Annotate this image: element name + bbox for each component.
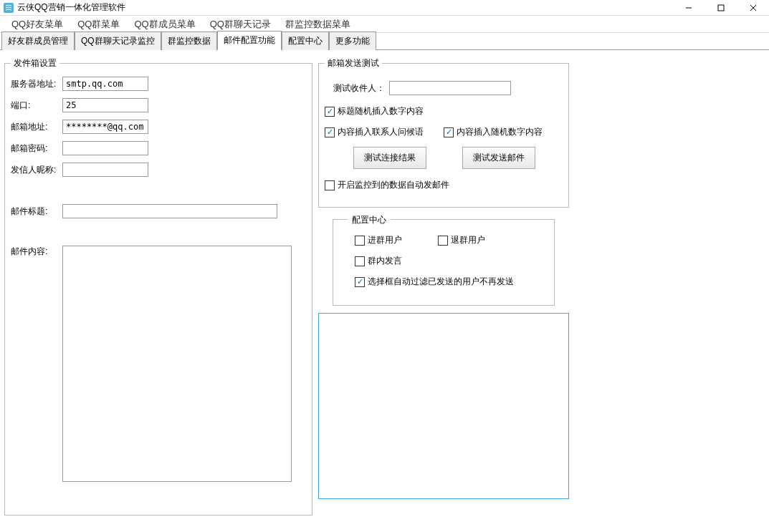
config-center-fieldset: 配置中心 进群用户 退群用户 群内发言 选择框自动过滤已发送的用 bbox=[333, 219, 555, 306]
window-title: 云侠QQ营销一体化管理软件 bbox=[17, 1, 125, 14]
menu-qq-group-members[interactable]: QQ群成员菜单 bbox=[127, 16, 202, 32]
menu-qq-friends[interactable]: QQ好友菜单 bbox=[4, 16, 70, 32]
server-input[interactable] bbox=[62, 77, 148, 91]
btn-test-send[interactable]: 测试发送邮件 bbox=[462, 147, 535, 169]
app-icon bbox=[3, 2, 14, 14]
left-column: 发件箱设置 服务器地址: 端口: 邮箱地址: 邮箱密码: 发信人昵称: bbox=[4, 57, 312, 525]
tab-friend-group-member[interactable]: 好友群成员管理 bbox=[1, 32, 75, 50]
check-filter-sent[interactable] bbox=[355, 277, 365, 287]
check-random-number-content[interactable] bbox=[444, 127, 454, 137]
tab-group-chat-monitor[interactable]: QQ群聊天记录监控 bbox=[75, 32, 161, 50]
check-join-group[interactable] bbox=[355, 236, 365, 246]
content-label: 邮件内容: bbox=[11, 246, 62, 258]
menubar: QQ好友菜单 QQ群菜单 QQ群成员菜单 QQ群聊天记录 群监控数据菜单 bbox=[0, 16, 769, 33]
check-leave-group[interactable] bbox=[438, 236, 448, 246]
svg-rect-2 bbox=[718, 5, 724, 11]
port-input[interactable] bbox=[62, 98, 148, 112]
svg-rect-0 bbox=[4, 3, 14, 13]
check-leave-group-label: 退群用户 bbox=[451, 234, 485, 246]
close-button[interactable] bbox=[737, 0, 769, 16]
menu-group-monitor-data[interactable]: 群监控数据菜单 bbox=[278, 16, 358, 32]
menu-qq-group-chat[interactable]: QQ群聊天记录 bbox=[203, 16, 278, 32]
sendtest-legend: 邮箱发送测试 bbox=[325, 57, 382, 69]
content-area: 发件箱设置 服务器地址: 端口: 邮箱地址: 邮箱密码: 发信人昵称: bbox=[0, 50, 769, 532]
btn-test-connection[interactable]: 测试连接结果 bbox=[353, 147, 426, 169]
check-join-group-label: 进群用户 bbox=[368, 234, 402, 246]
window-controls bbox=[672, 0, 769, 16]
password-input[interactable] bbox=[62, 141, 148, 155]
check-random-number-content-label: 内容插入随机数字内容 bbox=[457, 126, 543, 138]
check-random-number-title-label: 标题随机插入数字内容 bbox=[338, 105, 424, 117]
nickname-input[interactable] bbox=[62, 163, 148, 177]
email-label: 邮箱地址: bbox=[11, 121, 62, 133]
nickname-label: 发信人昵称: bbox=[11, 164, 62, 176]
tab-more-features[interactable]: 更多功能 bbox=[329, 32, 376, 50]
maximize-button[interactable] bbox=[704, 0, 737, 16]
check-random-number-title[interactable] bbox=[325, 107, 335, 117]
check-auto-send[interactable] bbox=[325, 180, 335, 190]
subject-label: 邮件标题: bbox=[11, 205, 62, 218]
sendbox-fieldset: 发件箱设置 服务器地址: 端口: 邮箱地址: 邮箱密码: 发信人昵称: bbox=[4, 57, 312, 516]
recipient-input[interactable] bbox=[389, 81, 511, 95]
port-label: 端口: bbox=[11, 100, 62, 112]
password-label: 邮箱密码: bbox=[11, 142, 62, 155]
config-center-legend: 配置中心 bbox=[348, 214, 391, 226]
recipient-label: 测试收件人： bbox=[333, 82, 385, 95]
email-input[interactable] bbox=[62, 120, 148, 134]
check-greeting-label: 内容插入联系人问候语 bbox=[338, 126, 424, 138]
check-auto-send-label: 开启监控到的数据自动发邮件 bbox=[338, 179, 449, 191]
sendbox-legend: 发件箱设置 bbox=[11, 57, 59, 69]
content-textarea[interactable] bbox=[62, 246, 292, 482]
server-label: 服务器地址: bbox=[11, 78, 62, 90]
check-greeting[interactable] bbox=[325, 127, 335, 137]
log-textarea[interactable] bbox=[318, 313, 569, 499]
tab-config-center[interactable]: 配置中心 bbox=[282, 32, 329, 50]
check-group-speak[interactable] bbox=[355, 256, 365, 266]
check-group-speak-label: 群内发言 bbox=[368, 255, 402, 267]
sendtest-fieldset: 邮箱发送测试 测试收件人： 标题随机插入数字内容 内容插入联系人问候语 内容插入… bbox=[318, 57, 569, 208]
tabbar: 好友群成员管理 QQ群聊天记录监控 群监控数据 邮件配置功能 配置中心 更多功能 bbox=[0, 33, 769, 50]
titlebar: 云侠QQ营销一体化管理软件 bbox=[0, 0, 769, 16]
subject-input[interactable] bbox=[62, 204, 277, 218]
check-filter-sent-label: 选择框自动过滤已发送的用户不再发送 bbox=[368, 276, 514, 288]
menu-qq-groups[interactable]: QQ群菜单 bbox=[70, 16, 127, 32]
tab-mail-config[interactable]: 邮件配置功能 bbox=[217, 31, 282, 50]
tab-group-monitor-data[interactable]: 群监控数据 bbox=[161, 32, 217, 50]
minimize-button[interactable] bbox=[672, 0, 704, 16]
right-column: 邮箱发送测试 测试收件人： 标题随机插入数字内容 内容插入联系人问候语 内容插入… bbox=[318, 57, 765, 525]
